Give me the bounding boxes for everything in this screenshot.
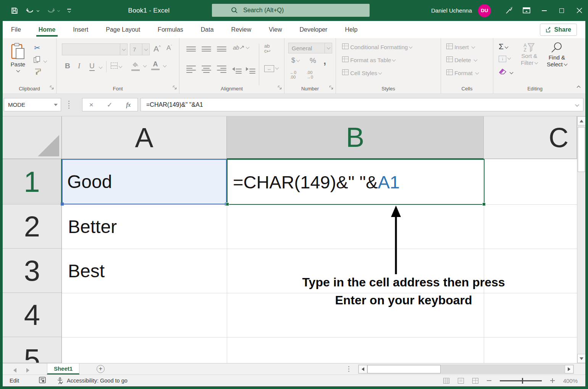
name-box[interactable]: MODE bbox=[4, 98, 61, 111]
cell-a3[interactable]: Best bbox=[62, 249, 227, 293]
cell-mode-indicator[interactable]: Edit bbox=[10, 378, 19, 384]
conditional-formatting-dropdown-icon[interactable] bbox=[409, 45, 413, 49]
tab-help[interactable]: Help bbox=[344, 22, 358, 37]
find-select-dropdown-icon[interactable] bbox=[564, 62, 567, 66]
align-left-button[interactable] bbox=[186, 66, 196, 73]
tab-review[interactable]: Review bbox=[231, 22, 252, 37]
align-right-button[interactable] bbox=[217, 66, 226, 73]
increase-indent-button[interactable] bbox=[246, 66, 255, 74]
tabbar-drag-handle[interactable] bbox=[348, 366, 349, 372]
horizontal-scrollbar[interactable] bbox=[358, 365, 574, 374]
row-header-5[interactable]: 5 bbox=[3, 337, 62, 363]
minimize-button[interactable] bbox=[535, 0, 553, 21]
user-name[interactable]: Daniel Uchenna bbox=[431, 7, 472, 14]
insert-cells-button[interactable]: Insert bbox=[446, 43, 475, 50]
expand-formula-bar-icon[interactable] bbox=[575, 103, 579, 107]
format-painter-button[interactable] bbox=[34, 68, 42, 77]
sort-filter-dropdown-icon[interactable] bbox=[535, 61, 538, 64]
alignment-dialog-launcher[interactable] bbox=[278, 84, 282, 91]
clipboard-dialog-launcher[interactable] bbox=[50, 84, 54, 91]
zoom-in-button[interactable] bbox=[550, 378, 555, 383]
font-color-dropdown-icon[interactable] bbox=[163, 64, 167, 68]
tab-home[interactable]: Home bbox=[38, 22, 56, 37]
page-layout-view-button[interactable] bbox=[458, 378, 464, 384]
undo-dropdown-icon[interactable] bbox=[37, 9, 39, 12]
zoom-out-button[interactable] bbox=[487, 378, 491, 383]
tab-insert[interactable]: Insert bbox=[72, 22, 89, 37]
number-dialog-launcher[interactable] bbox=[329, 84, 333, 91]
fill-color-dropdown-icon[interactable] bbox=[143, 64, 147, 68]
row-header-4[interactable]: 4 bbox=[3, 293, 62, 337]
column-header-c[interactable]: C bbox=[484, 116, 577, 159]
bold-button[interactable]: B bbox=[65, 62, 70, 70]
tab-view[interactable]: View bbox=[268, 22, 283, 37]
paste-button[interactable]: Paste bbox=[7, 43, 29, 74]
cell-b1-editing[interactable]: =CHAR(149)&" "&A1 bbox=[227, 159, 485, 205]
prev-sheet-button[interactable] bbox=[13, 367, 16, 374]
fill-dropdown-icon[interactable] bbox=[507, 56, 511, 60]
delete-cells-dropdown-icon[interactable] bbox=[473, 58, 477, 62]
find-select-button[interactable]: Find &Select bbox=[547, 41, 567, 68]
orientation-button[interactable]: ab bbox=[233, 44, 249, 51]
column-header-b[interactable]: B bbox=[227, 116, 484, 159]
number-format-combo[interactable]: General bbox=[288, 43, 332, 53]
tab-data[interactable]: Data bbox=[200, 22, 215, 37]
borders-dropdown-icon[interactable] bbox=[119, 64, 123, 68]
grow-font-button[interactable]: A^ bbox=[153, 44, 161, 53]
new-sheet-button[interactable]: + bbox=[97, 365, 105, 373]
format-cells-button[interactable]: Format bbox=[446, 69, 478, 76]
row-header-1[interactable]: 1 bbox=[3, 159, 62, 204]
fill-button[interactable]: ↓ bbox=[499, 55, 510, 62]
cell-styles-dropdown-icon[interactable] bbox=[378, 71, 382, 75]
font-dialog-launcher[interactable] bbox=[173, 84, 177, 91]
scroll-down-button[interactable] bbox=[577, 354, 585, 363]
decrease-decimal-button[interactable]: .00→0 bbox=[307, 70, 313, 79]
normal-view-button[interactable] bbox=[443, 378, 449, 384]
clear-button[interactable] bbox=[498, 68, 513, 76]
font-color-button[interactable]: A bbox=[151, 60, 160, 70]
accessibility-status[interactable]: Accessibility: Good to go bbox=[57, 377, 128, 384]
enter-button[interactable]: ✓ bbox=[107, 101, 113, 109]
font-size-combo[interactable]: 7 bbox=[130, 43, 150, 55]
tab-formulas[interactable]: Formulas bbox=[157, 22, 184, 37]
accounting-dropdown-icon[interactable] bbox=[296, 58, 300, 62]
ribbon-display-options-button[interactable] bbox=[518, 0, 535, 21]
redo-button[interactable] bbox=[47, 7, 60, 14]
row-header-2[interactable]: 2 bbox=[3, 204, 62, 249]
formula-bar-drag-handle[interactable] bbox=[68, 101, 69, 109]
vertical-scroll-thumb[interactable] bbox=[578, 127, 585, 172]
format-as-table-button[interactable]: Format as Table bbox=[342, 56, 395, 63]
copy-button[interactable] bbox=[33, 56, 47, 65]
collapse-ribbon-button[interactable] bbox=[577, 86, 581, 90]
cancel-button[interactable]: × bbox=[89, 101, 94, 109]
avatar[interactable]: DU bbox=[478, 4, 491, 17]
sheet-tab-sheet1[interactable]: Sheet1 bbox=[47, 363, 79, 375]
horizontal-scroll-thumb[interactable] bbox=[367, 365, 441, 373]
merge-center-button[interactable]: ↔ bbox=[264, 65, 278, 72]
save-button[interactable] bbox=[11, 7, 18, 14]
column-header-a[interactable]: A bbox=[62, 116, 227, 159]
conditional-formatting-button[interactable]: Conditional Formatting bbox=[342, 43, 412, 50]
cut-button[interactable]: ✂ bbox=[34, 43, 40, 52]
merge-center-dropdown-icon[interactable] bbox=[275, 66, 279, 70]
paste-dropdown-icon[interactable] bbox=[16, 69, 20, 72]
next-sheet-button[interactable] bbox=[26, 367, 29, 374]
coming-soon-button[interactable] bbox=[500, 0, 518, 21]
tab-file[interactable]: File bbox=[10, 22, 22, 37]
customize-qat-button[interactable] bbox=[67, 9, 71, 12]
insert-function-button[interactable]: fx bbox=[126, 101, 131, 109]
delete-cells-button[interactable]: Delete bbox=[446, 56, 477, 63]
borders-button[interactable] bbox=[111, 63, 122, 70]
insert-cells-dropdown-icon[interactable] bbox=[471, 45, 475, 49]
share-button[interactable]: Share bbox=[540, 24, 577, 36]
wrap-text-button[interactable]: abc↩ bbox=[264, 43, 271, 54]
middle-align-button[interactable] bbox=[202, 47, 211, 51]
tab-developer[interactable]: Developer bbox=[299, 22, 328, 37]
close-button[interactable] bbox=[570, 0, 588, 21]
select-all-corner[interactable] bbox=[3, 116, 62, 159]
italic-button[interactable]: I bbox=[78, 62, 80, 70]
accounting-format-button[interactable]: $ bbox=[291, 56, 299, 64]
font-name-combo[interactable] bbox=[62, 43, 128, 55]
undo-button[interactable] bbox=[26, 7, 39, 14]
top-align-button[interactable] bbox=[186, 47, 196, 51]
